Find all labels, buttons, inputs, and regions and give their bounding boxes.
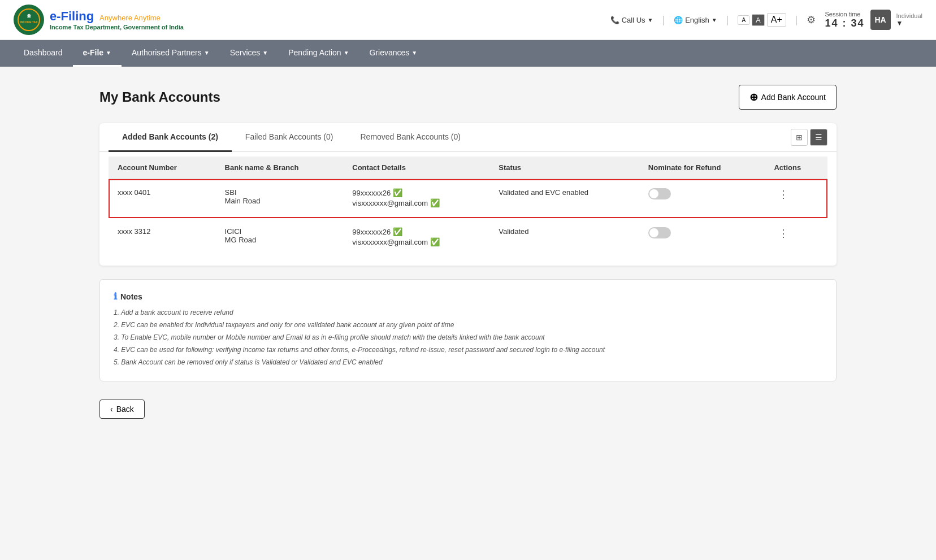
efile-chevron-icon: ▼ [106, 50, 111, 56]
list-item: 1. Add a bank account to receive refund [114, 307, 822, 318]
language-selector[interactable]: 🌐 English ▼ [674, 16, 717, 24]
bank-name-cell: ICICI MG Road [216, 218, 344, 257]
nav: Dashboard e-File ▼ Authorised Partners ▼… [0, 40, 936, 67]
separator-2: | [726, 14, 729, 26]
nominate-refund-cell [639, 179, 765, 218]
notes-list: 1. Add a bank account to receive refund … [114, 307, 822, 367]
settings-icon[interactable]: ⚙ [807, 14, 816, 26]
table-body: xxxx 0401 SBI Main Road 99xxxxxx26 ✅ vis [109, 179, 827, 257]
services-chevron-icon: ▼ [262, 50, 268, 56]
nominate-toggle-1[interactable] [648, 188, 671, 199]
header: 🏛 INCOME TAX e-Filing Anywhere Anytime I… [0, 0, 936, 40]
add-bank-account-button[interactable]: ⊕ Add Bank Account [739, 85, 837, 110]
bank-accounts-card: Added Bank Accounts (2) Failed Bank Acco… [99, 123, 837, 266]
lang-chevron-icon: ▼ [712, 17, 717, 23]
phone-verified-icon-2: ✅ [393, 227, 402, 236]
nav-grievances[interactable]: Grievances ▼ [359, 40, 428, 67]
list-item: 4. EVC can be used for following: verify… [114, 345, 822, 355]
status-cell: Validated and EVC enabled [489, 179, 639, 218]
nav-dashboard[interactable]: Dashboard [14, 40, 73, 67]
info-icon: ℹ [114, 291, 117, 302]
pending-chevron-icon: ▼ [344, 50, 349, 56]
logo-text: e-Filing Anywhere Anytime Income Tax Dep… [50, 9, 184, 31]
tabs-container: Added Bank Accounts (2) Failed Bank Acco… [99, 123, 837, 152]
phone-verified-icon: ✅ [393, 188, 402, 197]
notes-box: ℹ Notes 1. Add a bank account to receive… [99, 279, 837, 381]
list-item: 3. To Enable EVC, mobile number or Mobil… [114, 332, 822, 342]
actions-cell-2: ⋮ [765, 218, 827, 257]
col-contact-details: Contact Details [343, 157, 489, 179]
header-right: 📞 Call Us ▼ | 🌐 English ▼ | A A A+ | ⚙ S… [610, 10, 922, 30]
tab-removed-bank-accounts[interactable]: Removed Bank Accounts (0) [346, 123, 474, 152]
email-verified-icon: ✅ [430, 198, 440, 207]
font-small-btn[interactable]: A [738, 15, 749, 25]
contact-details-cell: 99xxxxxx26 ✅ visxxxxxxx@gmail.com ✅ [343, 179, 489, 218]
account-number-cell: xxxx 3312 [109, 218, 216, 257]
tab-failed-bank-accounts[interactable]: Failed Bank Accounts (0) [232, 123, 347, 152]
session-area: Session time 14 : 34 HA Individual ▼ [825, 10, 922, 30]
contact-details-cell: 99xxxxxx26 ✅ visxxxxxxx@gmail.com ✅ [343, 218, 489, 257]
svg-text:INCOME TAX: INCOME TAX [20, 20, 38, 24]
user-info[interactable]: Individual ▼ [896, 12, 922, 27]
dept-name: Income Tax Department, Government of Ind… [50, 24, 184, 31]
partners-chevron-icon: ▼ [204, 50, 210, 56]
view-toggle: ⊞ ☰ [791, 129, 827, 146]
action-menu-btn-2[interactable]: ⋮ [774, 225, 793, 241]
actions-cell: ⋮ [765, 179, 827, 218]
efiling-title: e-Filing Anywhere Anytime [50, 9, 184, 24]
list-view-btn[interactable]: ☰ [810, 129, 827, 146]
table-header: Account Number Bank name & Branch Contac… [109, 157, 827, 179]
nav-services[interactable]: Services ▼ [220, 40, 279, 67]
back-chevron-icon: ‹ [110, 405, 113, 414]
status-cell-2: Validated [489, 218, 639, 257]
phone-icon: 📞 [610, 16, 619, 24]
table-row: xxxx 0401 SBI Main Road 99xxxxxx26 ✅ vis [109, 179, 827, 218]
font-controls: A A A+ [738, 13, 786, 27]
nav-authorised-partners[interactable]: Authorised Partners ▼ [122, 40, 220, 67]
bank-accounts-table: Account Number Bank name & Branch Contac… [109, 157, 827, 257]
back-button[interactable]: ‹ Back [99, 400, 145, 419]
logo-emblem: 🏛 INCOME TAX [14, 5, 44, 35]
col-account-number: Account Number [109, 157, 216, 179]
table-row: xxxx 3312 ICICI MG Road 99xxxxxx26 ✅ vis [109, 218, 827, 257]
notes-title: ℹ Notes [114, 291, 822, 302]
user-dropdown-icon: ▼ [896, 19, 922, 27]
nav-efile[interactable]: e-File ▼ [73, 40, 122, 67]
session-time: 14 : 34 [825, 18, 864, 29]
nominate-refund-cell-2 [639, 218, 765, 257]
action-menu-btn-1[interactable]: ⋮ [774, 186, 793, 202]
svg-point-0 [18, 9, 40, 31]
email-verified-icon-2: ✅ [430, 237, 440, 246]
user-type: Individual [896, 12, 922, 19]
col-actions: Actions [765, 157, 827, 179]
nav-pending-action[interactable]: Pending Action ▼ [278, 40, 359, 67]
col-status: Status [489, 157, 639, 179]
separator-3: | [795, 14, 798, 26]
avatar: HA [870, 10, 891, 30]
list-item: 2. EVC can be enabled for Individual tax… [114, 320, 822, 330]
tab-added-bank-accounts[interactable]: Added Bank Accounts (2) [109, 123, 232, 152]
font-large-btn[interactable]: A+ [767, 13, 786, 27]
call-us[interactable]: 📞 Call Us ▼ [610, 16, 653, 24]
col-bank-name: Bank name & Branch [216, 157, 344, 179]
globe-icon: 🌐 [674, 16, 683, 24]
page-header: My Bank Accounts ⊕ Add Bank Account [99, 85, 837, 110]
table-header-row: Account Number Bank name & Branch Contac… [109, 157, 827, 179]
font-medium-btn[interactable]: A [752, 14, 765, 26]
list-item: 5. Bank Account can be removed only if s… [114, 357, 822, 367]
session-label: Session time [825, 11, 864, 18]
table-container: Account Number Bank name & Branch Contac… [99, 157, 837, 266]
svg-text:🏛: 🏛 [27, 14, 31, 18]
plus-circle-icon: ⊕ [749, 91, 758, 103]
col-nominate-refund: Nominate for Refund [639, 157, 765, 179]
logo-area: 🏛 INCOME TAX e-Filing Anywhere Anytime I… [14, 5, 184, 35]
back-btn-area: ‹ Back [99, 400, 837, 419]
grievances-chevron-icon: ▼ [411, 50, 417, 56]
main-content: My Bank Accounts ⊕ Add Bank Account Adde… [72, 67, 864, 437]
grid-view-btn[interactable]: ⊞ [791, 129, 808, 146]
bank-name-cell: SBI Main Road [216, 179, 344, 218]
account-number-cell: xxxx 0401 [109, 179, 216, 218]
page-title: My Bank Accounts [99, 89, 220, 105]
nominate-toggle-2[interactable] [648, 227, 671, 238]
call-chevron-icon: ▼ [648, 17, 653, 23]
